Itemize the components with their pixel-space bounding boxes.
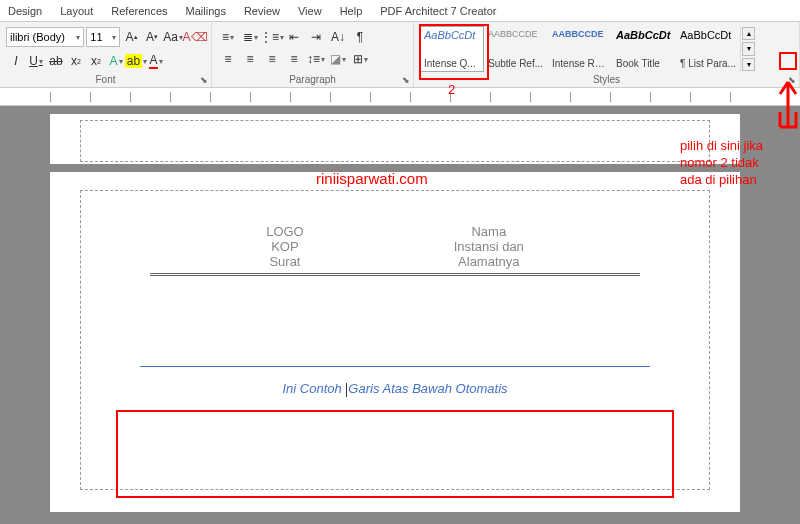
ribbon: ilibri (Body)▾ 11▾ A▴ A▾ Aa▾ A⌫ I U▾ ab … [0,22,800,88]
font-group-label: Font [0,74,211,85]
change-case-icon[interactable]: Aa▾ [163,27,183,47]
italic-icon[interactable]: I [6,51,26,71]
text-effects-icon[interactable]: A▾ [106,51,126,71]
justify-icon[interactable]: ≡ [284,49,304,69]
ribbon-tabs: Design Layout References Mailings Review… [0,0,800,22]
font-group: ilibri (Body)▾ 11▾ A▴ A▾ Aa▾ A⌫ I U▾ ab … [0,22,212,87]
annot-hint: pilih di sini jika nomor 2 tidak ada di … [680,138,763,189]
line-spacing-icon[interactable]: ↕≡▾ [306,49,326,69]
annot-watermark: riniisparwati.com [316,170,428,187]
font-name-combo[interactable]: ilibri (Body)▾ [6,27,84,47]
tab-help[interactable]: Help [340,5,363,17]
page-prev [50,114,740,164]
paragraph-launcher-icon[interactable]: ⬊ [402,75,410,85]
font-size-combo[interactable]: 11▾ [86,27,120,47]
strike-icon[interactable]: ab [46,51,66,71]
tab-mailings[interactable]: Mailings [186,5,226,17]
style-item-1[interactable]: AABBCCDESubtle Ref... [484,26,548,72]
align-center-icon[interactable]: ≡ [240,49,260,69]
clear-format-icon[interactable]: A⌫ [185,27,205,47]
decrease-indent-icon[interactable]: ⇤ [284,27,304,47]
increase-indent-icon[interactable]: ⇥ [306,27,326,47]
underline-icon[interactable]: U▾ [26,51,46,71]
annot-arrow-icon [776,72,800,132]
style-item-2[interactable]: AABBCCDEIntense Re... [548,26,612,72]
highlight-icon[interactable]: ab▾ [126,51,146,71]
numbering-icon[interactable]: ≣▾ [240,27,260,47]
multilevel-icon[interactable]: ⋮≡▾ [262,27,282,47]
tab-review[interactable]: Review [244,5,280,17]
style-item-4[interactable]: AaBbCcDt¶ List Para... [676,26,740,72]
tab-pdf-architect[interactable]: PDF Architect 7 Creator [380,5,496,17]
style-item-0[interactable]: AaBbCcDtIntense Q... [420,26,484,72]
paragraph-group: ≡▾ ≣▾ ⋮≡▾ ⇤ ⇥ A↓ ¶ ≡ ≡ ≡ ≡ ↕≡▾ ◪▾ ⊞▾ Par… [212,22,414,87]
styles-up-icon[interactable]: ▴ [742,27,755,40]
styles-gallery: AaBbCcDtIntense Q...AABBCCDESubtle Ref..… [420,26,740,72]
grow-font-icon[interactable]: A▴ [122,27,141,47]
styles-more-icon[interactable]: ▾ [742,58,755,71]
align-right-icon[interactable]: ≡ [262,49,282,69]
tab-layout[interactable]: Layout [60,5,93,17]
font-color-icon[interactable]: A▾ [146,51,166,71]
paragraph-group-label: Paragraph [212,74,413,85]
show-marks-icon[interactable]: ¶ [350,27,370,47]
ruler[interactable] [0,88,800,106]
shrink-font-icon[interactable]: A▾ [143,27,162,47]
page-current: LOGO KOP Surat Nama Instansi dan Alamatn… [50,172,740,512]
styles-down-icon[interactable]: ▾ [742,42,755,55]
styles-group-label: Styles [414,74,799,85]
borders-icon[interactable]: ⊞▾ [350,49,370,69]
bullets-icon[interactable]: ≡▾ [218,27,238,47]
subscript-icon[interactable]: x2 [66,51,86,71]
tab-view[interactable]: View [298,5,322,17]
align-left-icon[interactable]: ≡ [218,49,238,69]
shading-icon[interactable]: ◪▾ [328,49,348,69]
superscript-icon[interactable]: x2 [86,51,106,71]
style-item-3[interactable]: AaBbCcDtBook Title [612,26,676,72]
annot-label-2: 2 [448,82,455,97]
font-launcher-icon[interactable]: ⬊ [200,75,208,85]
tab-design[interactable]: Design [8,5,42,17]
styles-group: AaBbCcDtIntense Q...AABBCCDESubtle Ref..… [414,22,800,87]
tab-references[interactable]: References [111,5,167,17]
sort-icon[interactable]: A↓ [328,27,348,47]
